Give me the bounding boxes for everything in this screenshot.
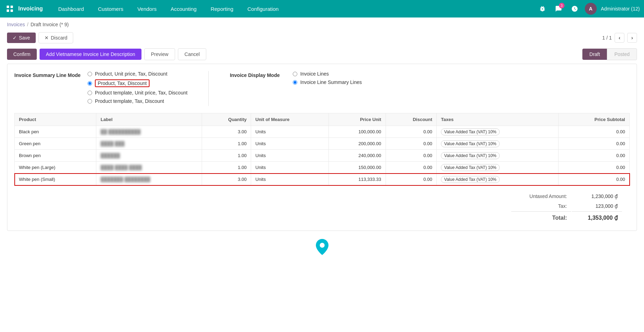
- col-subtotal: Price Subtotal: [558, 113, 629, 126]
- untaxed-value: 1,230,000 ₫: [572, 192, 622, 201]
- summary-line-mode-group: Invoice Summary Line Mode Product, Unit …: [14, 71, 187, 106]
- cell-taxes: Value Added Tax (VAT) 10%: [437, 150, 558, 162]
- main-content: Invoice Summary Line Mode Product, Unit …: [0, 64, 644, 264]
- cell-uom: Units: [251, 174, 328, 185]
- user-avatar[interactable]: A: [585, 3, 597, 15]
- summary-option-3[interactable]: Product template, Unit price, Tax, Disco…: [88, 90, 187, 96]
- col-uom: Unit of Measure: [251, 113, 328, 126]
- bug-icon-button[interactable]: [536, 3, 548, 15]
- x-icon: ✕: [44, 35, 49, 41]
- next-page-button[interactable]: ›: [627, 33, 637, 43]
- cell-uom: Units: [251, 162, 328, 174]
- clock-icon-button[interactable]: [569, 3, 581, 15]
- form-section: Invoice Summary Line Mode Product, Unit …: [7, 64, 637, 231]
- table-row[interactable]: Brown pen ██████ 1.00 Units 240,000.00 0…: [15, 150, 630, 162]
- col-taxes: Taxes: [437, 113, 558, 126]
- cell-quantity: 1.00: [202, 150, 251, 162]
- cell-subtotal: 0.00: [558, 138, 629, 150]
- cell-price-unit: 100,000.00: [328, 126, 386, 138]
- discard-button[interactable]: ✕ Discard: [39, 32, 73, 43]
- add-vn-description-button[interactable]: Add Vietnamese Invoice Line Description: [40, 49, 141, 60]
- invoice-table: Product Label Quantity Unit of Measure P…: [14, 113, 630, 185]
- cell-subtotal: 0.00: [558, 126, 629, 138]
- summary-line-mode-label: Invoice Summary Line Mode: [14, 71, 81, 78]
- invoice-mode-row: Invoice Summary Line Mode Product, Unit …: [14, 71, 630, 106]
- cell-subtotal: 0.00: [558, 150, 629, 162]
- svg-point-4: [320, 243, 325, 248]
- svg-rect-3: [11, 9, 13, 12]
- nav-item-dashboard[interactable]: Dashboard: [51, 0, 91, 17]
- cell-taxes: Value Added Tax (VAT) 10%: [437, 138, 558, 150]
- cell-product: White pen (Small): [15, 174, 96, 185]
- cell-discount: 0.00: [386, 174, 437, 185]
- cell-taxes: Value Added Tax (VAT) 10%: [437, 162, 558, 174]
- tax-row: Tax: 123,000 ₫: [511, 202, 622, 211]
- col-price-unit: Price Unit: [328, 113, 386, 126]
- cell-discount: 0.00: [386, 138, 437, 150]
- preview-button[interactable]: Preview: [144, 48, 175, 60]
- confirm-button[interactable]: Confirm: [7, 49, 37, 60]
- cell-uom: Units: [251, 150, 328, 162]
- tax-label: Tax:: [511, 202, 571, 211]
- app-name: Invoicing: [18, 6, 43, 12]
- user-label[interactable]: Administrator (12): [601, 6, 640, 12]
- display-mode-options: Invoice Lines Invoice Line Summary Lines: [293, 71, 362, 85]
- cell-quantity: 1.00: [202, 162, 251, 174]
- cell-price-unit: 113,333.33: [328, 174, 386, 185]
- cell-label: ██ ██████████: [96, 126, 202, 138]
- tax-value: 123,000 ₫: [572, 202, 622, 211]
- table-row[interactable]: Black pen ██ ██████████ 3.00 Units 100,0…: [15, 126, 630, 138]
- cell-quantity: 1.00: [202, 138, 251, 150]
- nav-item-reporting[interactable]: Reporting: [203, 0, 240, 17]
- topnav-right: 3 A Administrator (12): [536, 3, 640, 15]
- svg-rect-1: [11, 6, 13, 8]
- col-product: Product: [15, 113, 96, 126]
- cell-subtotal: 0.00: [558, 174, 629, 185]
- col-quantity: Quantity: [202, 113, 251, 126]
- prev-page-button[interactable]: ‹: [615, 33, 624, 43]
- summary-option-1[interactable]: Product, Unit price, Tax, Discount: [88, 71, 187, 77]
- status-draft-button[interactable]: Draft: [582, 49, 607, 60]
- save-button[interactable]: ✓ Save: [7, 33, 36, 43]
- breadcrumb-invoices[interactable]: Invoices: [7, 22, 25, 27]
- toolbar: ✓ Save ✕ Discard 1 / 1 ‹ ›: [0, 30, 644, 47]
- table-row[interactable]: White pen (Large) ████ ████ ████ 1.00 Un…: [15, 162, 630, 174]
- cell-price-unit: 240,000.00: [328, 150, 386, 162]
- display-option-summary[interactable]: Invoice Line Summary Lines: [293, 79, 362, 85]
- total-value: 1,353,000 ₫: [572, 211, 622, 223]
- cell-quantity: 3.00: [202, 174, 251, 185]
- status-buttons: Draft Posted: [582, 48, 637, 60]
- display-option-lines[interactable]: Invoice Lines: [293, 71, 362, 77]
- breadcrumb: Invoices / Draft Invoice (* 9): [0, 17, 644, 30]
- cancel-button[interactable]: Cancel: [178, 48, 207, 60]
- grid-icon[interactable]: [4, 3, 15, 14]
- cell-product: White pen (Large): [15, 162, 96, 174]
- top-navigation: Invoicing Dashboard Customers Vendors Ac…: [0, 0, 644, 17]
- action-bar: Confirm Add Vietnamese Invoice Line Desc…: [0, 47, 644, 64]
- display-mode-label: Invoice Display Mode: [230, 71, 286, 78]
- table-row[interactable]: Green pen ████ ███ 1.00 Units 200,000.00…: [15, 138, 630, 150]
- nav-menu: Dashboard Customers Vendors Accounting R…: [51, 0, 536, 17]
- cell-taxes: Value Added Tax (VAT) 10%: [437, 126, 558, 138]
- cell-discount: 0.00: [386, 162, 437, 174]
- selected-summary-option: Product, Tax, Discount: [95, 79, 150, 87]
- chat-icon-button[interactable]: 3: [553, 3, 565, 15]
- table-row[interactable]: White pen (Small) ███████ ████████ 3.00 …: [15, 174, 630, 185]
- svg-rect-2: [7, 9, 9, 12]
- nav-item-configuration[interactable]: Configuration: [240, 0, 285, 17]
- summary-option-4[interactable]: Product template, Tax, Discount: [88, 98, 187, 104]
- nav-item-customers[interactable]: Customers: [91, 0, 131, 17]
- cell-product: Black pen: [15, 126, 96, 138]
- nav-item-accounting[interactable]: Accounting: [164, 0, 203, 17]
- summary-option-2[interactable]: Product, Tax, Discount: [88, 79, 187, 87]
- nav-item-vendors[interactable]: Vendors: [130, 0, 164, 17]
- cell-label: ██████: [96, 150, 202, 162]
- table-header-row: Product Label Quantity Unit of Measure P…: [15, 113, 630, 126]
- cell-product: Green pen: [15, 138, 96, 150]
- cell-quantity: 3.00: [202, 126, 251, 138]
- status-posted-button[interactable]: Posted: [607, 48, 637, 60]
- vertical-divider: [208, 71, 209, 106]
- breadcrumb-current: Draft Invoice (* 9): [30, 22, 69, 27]
- cell-label: ███████ ████████: [96, 174, 202, 185]
- cell-taxes: Value Added Tax (VAT) 10%: [437, 174, 558, 185]
